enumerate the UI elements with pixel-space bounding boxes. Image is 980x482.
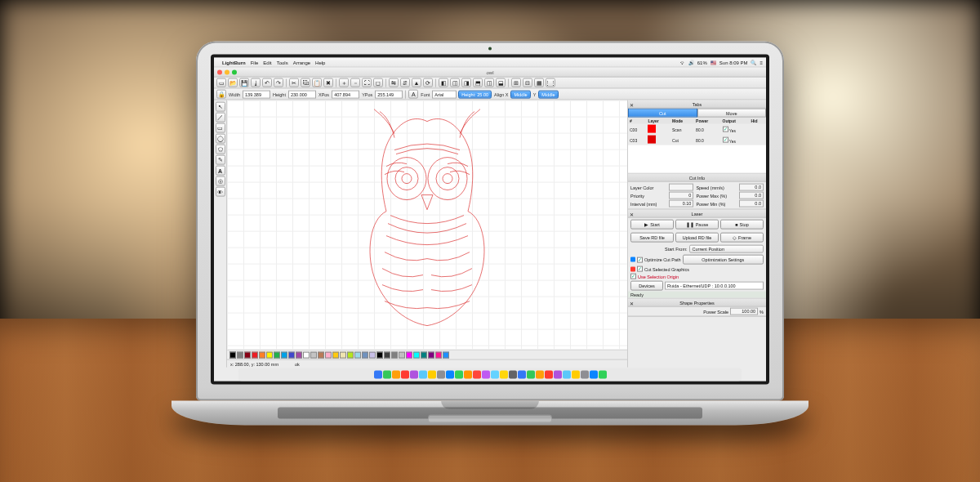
dock-app-icon[interactable] [401,371,409,379]
mac-dock[interactable] [238,368,742,382]
zoom-in-icon[interactable]: ＋ [339,78,349,87]
rotate-icon[interactable]: ⟳ [423,78,433,87]
undo-icon[interactable]: ↶ [262,78,272,87]
offset-icon[interactable]: ◎ [216,176,225,186]
dock-app-icon[interactable] [572,371,580,379]
dock-app-icon[interactable] [383,371,391,379]
palette-swatch[interactable] [384,351,390,358]
palette-swatch[interactable] [428,351,434,358]
grid-icon[interactable]: ▦ [534,78,544,87]
stop-button[interactable]: ■ Stop [720,220,764,230]
dock-app-icon[interactable] [554,371,562,379]
table-row[interactable]: C03Cut80.0 Yes [628,135,766,145]
width-field[interactable]: 139.389 [243,90,270,98]
align-middle-icon[interactable]: ◫ [484,78,494,87]
device-select[interactable]: Ruida - Ethernet/UDP : 10.0.0.100 [665,282,764,290]
edit-nodes-icon[interactable]: ✎ [216,155,225,165]
redo-icon[interactable]: ↷ [274,78,283,87]
flip-h-icon[interactable]: ⇋ [389,78,399,87]
wifi-icon[interactable]: ᯤ [680,60,685,65]
app-name[interactable]: LightBurn [222,60,246,65]
palette-swatch[interactable] [288,351,295,358]
save-rd-button[interactable]: Save RD file [630,233,674,243]
upload-rd-button[interactable]: Upload RD file [675,233,719,243]
flip-v-icon[interactable]: ⇵ [400,78,410,87]
zoom-fit-icon[interactable]: ⛶ [362,78,372,87]
dock-app-icon[interactable] [590,371,598,379]
menu-tools[interactable]: Tools [277,60,288,65]
dock-app-icon[interactable] [446,371,454,379]
dock-app-icon[interactable] [410,371,418,379]
layer-color-field[interactable] [669,184,693,191]
dock-app-icon[interactable] [545,371,553,379]
minimize-icon[interactable] [225,69,229,74]
dock-app-icon[interactable] [374,371,382,379]
ungroup-icon[interactable]: ⊟ [523,78,532,87]
menu-help[interactable]: Help [315,60,325,65]
start-button[interactable]: ▶ Start [630,220,674,230]
ypos-field[interactable]: 255.149 [375,90,403,98]
palette-swatch[interactable] [310,351,317,358]
optimize-checkbox[interactable] [637,257,643,262]
zoom-out-icon[interactable]: － [350,78,360,87]
flag-icon[interactable]: 🇺🇸 [710,60,716,65]
xpos-field[interactable]: 407.894 [332,90,359,98]
palette-swatch[interactable] [391,351,398,358]
open-icon[interactable]: 📂 [228,78,238,87]
dock-app-icon[interactable] [392,371,400,379]
palette-swatch[interactable] [362,351,368,358]
palette-swatch[interactable] [376,351,383,358]
priority-field[interactable]: 0 [669,192,693,199]
palette-swatch[interactable] [435,351,442,358]
palette-swatch[interactable] [347,351,354,358]
use-sel-origin-checkbox[interactable] [630,274,636,279]
palette-swatch[interactable] [237,351,243,358]
notifications-icon[interactable]: ≡ [760,60,763,65]
palette-swatch[interactable] [244,351,251,358]
dock-app-icon[interactable] [500,371,508,379]
zoom-sel-icon[interactable]: ◻ [373,78,383,87]
start-from-select[interactable]: Current Position [689,245,764,253]
array-icon[interactable]: ⋮⋮ [546,78,555,87]
polygon-tool-icon[interactable]: ⬠ [216,145,225,154]
interval-field[interactable]: 0.10 [669,200,693,208]
menu-file[interactable]: File [251,60,259,65]
alignx-select[interactable]: Middle [510,90,530,98]
height-select[interactable]: Height: 25.00 [458,90,492,98]
import-icon[interactable]: ⭳ [251,78,261,87]
palette-swatch[interactable] [229,351,236,358]
lock-icon[interactable]: 🔒 [216,90,226,99]
preview-icon[interactable]: 👁 [216,187,225,197]
align-right-icon[interactable]: ◨ [461,78,471,87]
pause-button[interactable]: ❚❚ Pause [675,220,719,230]
palette-swatch[interactable] [296,351,302,358]
palette-swatch[interactable] [421,351,427,358]
dock-app-icon[interactable] [437,371,445,379]
palette-swatch[interactable] [252,351,258,358]
ellipse-tool-icon[interactable]: ◯ [216,134,225,144]
palette-swatch[interactable] [369,351,376,358]
font-select[interactable]: Arial [432,90,457,98]
copy-icon[interactable]: ⿻ [301,78,310,87]
dock-app-icon[interactable] [527,371,535,379]
palette-swatch[interactable] [406,351,412,358]
dock-app-icon[interactable] [473,371,481,379]
mirror-icon[interactable]: ▲ [412,78,421,87]
dock-app-icon[interactable] [518,371,526,379]
new-icon[interactable]: ▭ [216,78,226,87]
group-icon[interactable]: ⊞ [511,78,521,87]
menu-edit[interactable]: Edit [263,60,271,65]
menu-arrange[interactable]: Arrange [293,60,310,65]
delete-icon[interactable]: ✖ [323,78,333,87]
palette-swatch[interactable] [266,351,273,358]
devices-button[interactable]: Devices [630,281,663,291]
dock-app-icon[interactable] [428,371,436,379]
zoom-icon[interactable] [232,69,237,74]
opt-settings-button[interactable]: Optimization Settings [683,255,764,265]
palette-swatch[interactable] [274,351,280,358]
palette-swatch[interactable] [318,351,324,358]
dock-app-icon[interactable] [419,371,427,379]
palette-swatch[interactable] [443,351,449,358]
palette-swatch[interactable] [303,351,310,358]
save-icon[interactable]: 💾 [239,78,249,87]
